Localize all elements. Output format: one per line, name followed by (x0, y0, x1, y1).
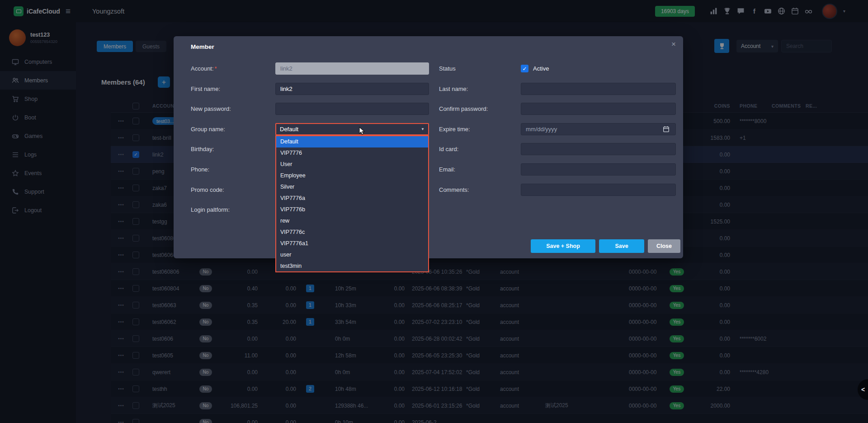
confirm-password-input[interactable] (521, 103, 676, 115)
new-password-input[interactable] (275, 103, 429, 115)
active-checkbox-label: Active (533, 62, 549, 75)
modal-title: Member (191, 43, 214, 50)
dropdown-option[interactable]: VIP7776b (276, 204, 428, 215)
login-platform-label: Login paltform: (191, 204, 230, 216)
save-button[interactable]: Save (599, 239, 644, 253)
account-label: Account:* (191, 62, 217, 75)
close-button[interactable]: Close (648, 239, 680, 253)
comments-label: Comments: (439, 184, 469, 196)
calendar-icon[interactable] (663, 126, 670, 134)
dropdown-option[interactable]: VIP7776a (276, 193, 428, 204)
dropdown-option[interactable]: VIP7776 (276, 147, 428, 159)
group-name-dropdown-list: Default VIP7776 User Employee Silver VIP… (275, 135, 429, 272)
id-card-input[interactable] (521, 143, 676, 155)
dropdown-option[interactable]: User (276, 159, 428, 170)
expire-time-input[interactable] (521, 123, 676, 135)
email-label: Email: (439, 163, 455, 176)
birthday-label: Birthday: (191, 143, 214, 155)
save-shop-button[interactable]: Save + Shop (531, 239, 595, 253)
dropdown-option[interactable]: VIP7776a1 (276, 238, 428, 249)
dropdown-option[interactable]: VIP7776c (276, 226, 428, 238)
first-name-input[interactable] (275, 83, 429, 95)
dropdown-option[interactable]: Employee (276, 170, 428, 181)
dropdown-option-default[interactable]: Default (276, 136, 428, 147)
phone-label: Phone: (191, 163, 209, 176)
select-arrow-icon: ▼ (421, 127, 425, 131)
id-card-label: Id card: (439, 143, 458, 155)
group-name-select[interactable]: Default ▼ (275, 123, 429, 135)
last-name-input[interactable] (521, 83, 676, 95)
group-name-selected-value: Default (280, 126, 298, 133)
close-icon[interactable]: × (671, 40, 676, 49)
dropdown-option[interactable]: user (276, 249, 428, 260)
dropdown-option[interactable]: test3min (276, 260, 428, 271)
expire-time-label: Expire time: (439, 123, 470, 135)
first-name-label: First name: (191, 83, 220, 95)
confirm-password-label: Confirm password: (439, 103, 488, 115)
required-asterisk: * (215, 65, 217, 72)
status-label: Status (439, 62, 456, 75)
new-password-label: New password: (191, 103, 231, 115)
active-checkbox[interactable]: ✓ (521, 65, 528, 72)
account-input (275, 62, 429, 75)
modal-buttons: Save + Shop Save Close (531, 239, 680, 253)
dropdown-option[interactable]: Silver (276, 181, 428, 193)
chevron-left-icon: < (861, 386, 865, 393)
comments-input[interactable] (521, 184, 676, 196)
promo-code-label: Promo code: (191, 184, 224, 196)
dropdown-option[interactable]: rew (276, 215, 428, 226)
group-name-label: Group name: (191, 123, 225, 135)
email-input[interactable] (521, 163, 676, 176)
last-name-label: Last name: (439, 83, 468, 95)
